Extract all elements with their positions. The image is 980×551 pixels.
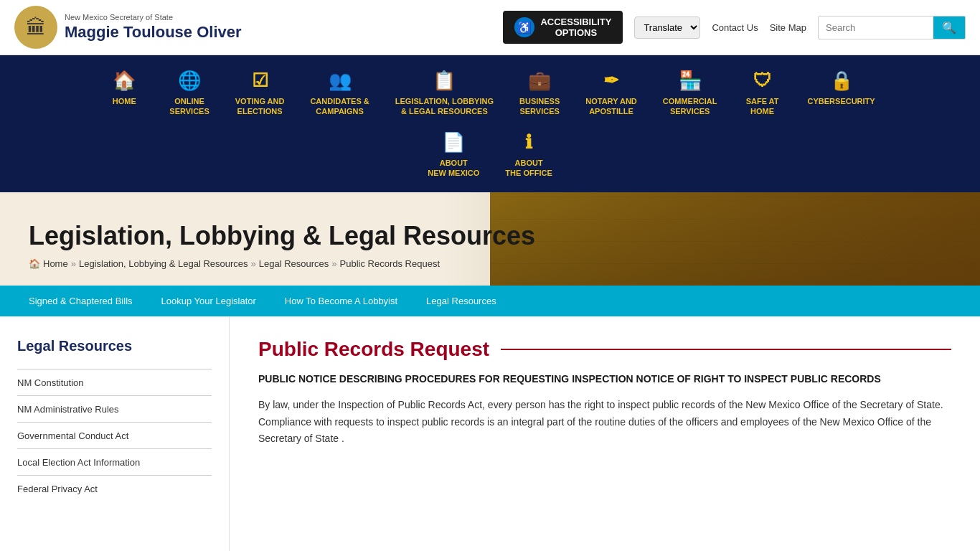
nav-cyber-label: CYBERSECURITY — [808, 96, 875, 106]
nav-safe-at-home[interactable]: 🛡 SAFE ATHOME — [730, 62, 795, 124]
sidebar-federal-privacy[interactable]: Federal Privacy Act — [17, 484, 98, 494]
briefcase-icon: 💼 — [528, 70, 551, 92]
shield-icon: 🛡 — [753, 70, 772, 92]
hero-content: Legislation, Lobbying & Legal Resources … — [29, 221, 951, 269]
nav-online-label: ONLINESERVICES — [169, 96, 209, 117]
subnav: Signed & Chaptered Bills Lookup Your Leg… — [0, 286, 980, 316]
sidebar-nm-constitution[interactable]: NM Constitution — [17, 377, 83, 388]
nav-cybersecurity[interactable]: 🔒 CYBERSECURITY — [795, 62, 888, 113]
breadcrumb-home-icon: 🏠 — [29, 258, 40, 269]
header-links: Contact Us Site Map — [712, 22, 806, 33]
org-title: Maggie Toulouse Oliver — [65, 22, 242, 43]
body-text: By law, under the Inspection of Public R… — [258, 397, 951, 448]
main-content: Public Records Request PUBLIC NOTICE DES… — [230, 316, 980, 551]
list-item: Federal Privacy Act — [17, 475, 212, 501]
legislation-icon: 📋 — [433, 70, 456, 92]
subnav-signed-bills[interactable]: Signed & Chaptered Bills — [14, 286, 147, 316]
hero-section: Legislation, Lobbying & Legal Resources … — [0, 192, 980, 286]
nav-voting-label: VOTING ANDELECTIONS — [235, 96, 285, 117]
list-item: NM Administrative Rules — [17, 395, 212, 422]
logo-area: 🏛 New Mexico Secretary of State Maggie T… — [14, 6, 242, 49]
contact-us-link[interactable]: Contact Us — [712, 22, 758, 33]
state-seal: 🏛 — [14, 6, 57, 49]
ballot-icon: ☑ — [252, 70, 268, 92]
lock-icon: 🔒 — [830, 70, 853, 92]
info-icon: ℹ — [525, 131, 532, 154]
nav-about-office[interactable]: ℹ ABOUTTHE OFFICE — [492, 124, 565, 186]
org-name: New Mexico Secretary of State Maggie Tou… — [65, 12, 242, 43]
nav-notary-label: NOTARY ANDAPOSTILLE — [585, 96, 637, 117]
search-input[interactable] — [819, 17, 933, 39]
nav-online-services[interactable]: 🌐 ONLINESERVICES — [156, 62, 222, 124]
subnav-become-lobbyist[interactable]: How To Become A Lobbyist — [270, 286, 412, 316]
nav-legislation[interactable]: 📋 LEGISLATION, LOBBYING& LEGAL RESOURCES — [382, 62, 507, 124]
org-subtitle: New Mexico Secretary of State — [65, 12, 242, 22]
content-title: Public Records Request — [258, 338, 951, 361]
nav-commercial-label: COMMERCIALSERVICES — [663, 96, 717, 117]
nav-home-label: HOME — [113, 96, 136, 106]
breadcrumb-legal-resources[interactable]: Legal Resources — [259, 258, 329, 269]
search-area: 🔍 — [818, 16, 966, 39]
nav-row-1: 🏠 HOME 🌐 ONLINESERVICES ☑ VOTING ANDELEC… — [0, 62, 980, 124]
nav-about-office-label: ABOUTTHE OFFICE — [505, 158, 552, 179]
site-map-link[interactable]: Site Map — [770, 22, 806, 33]
sidebar-nm-admin-rules[interactable]: NM Administrative Rules — [17, 404, 119, 415]
pen-icon: ✒ — [603, 70, 619, 92]
breadcrumb-sep-1: » — [71, 258, 76, 269]
nav-row-2: 📄 ABOUTNEW MEXICO ℹ ABOUTTHE OFFICE — [0, 124, 980, 186]
store-icon: 🏪 — [679, 70, 702, 92]
accessibility-label: ACCESSIBILITYOPTIONS — [540, 17, 611, 38]
translate-select[interactable]: Translate Spanish Navajo — [634, 17, 700, 39]
accessibility-icon: ♿ — [514, 17, 534, 37]
search-button[interactable]: 🔍 — [933, 17, 965, 39]
nav-legislation-label: LEGISLATION, LOBBYING& LEGAL RESOURCES — [395, 96, 494, 117]
nav-notary[interactable]: ✒ NOTARY ANDAPOSTILLE — [573, 62, 650, 124]
sidebar-title: Legal Resources — [17, 338, 212, 354]
hero-title: Legislation, Lobbying & Legal Resources — [29, 221, 951, 251]
main-nav: 🏠 HOME 🌐 ONLINESERVICES ☑ VOTING ANDELEC… — [0, 55, 980, 192]
main-area: Legal Resources NM Constitution NM Admin… — [0, 316, 980, 551]
list-item: Local Election Act Information — [17, 448, 212, 475]
nav-business[interactable]: 💼 BUSINESSSERVICES — [507, 62, 573, 124]
sidebar-local-election[interactable]: Local Election Act Information — [17, 457, 140, 468]
list-item: Governmental Conduct Act — [17, 422, 212, 448]
subnav-legal-resources[interactable]: Legal Resources — [412, 286, 511, 316]
nav-candidates-label: CANDIDATES &CAMPAIGNS — [310, 96, 369, 117]
sidebar: Legal Resources NM Constitution NM Admin… — [0, 316, 230, 551]
list-item: NM Constitution — [17, 369, 212, 395]
breadcrumb-sep-2: » — [251, 258, 256, 269]
globe-icon: 🌐 — [178, 70, 201, 92]
subnav-lookup-legislator[interactable]: Lookup Your Legislator — [147, 286, 270, 316]
document-icon: 📄 — [442, 131, 465, 154]
nav-home[interactable]: 🏠 HOME — [92, 62, 156, 113]
seal-icon: 🏛 — [26, 16, 46, 39]
home-icon: 🏠 — [113, 70, 136, 92]
nav-safe-label: SAFE ATHOME — [746, 96, 779, 117]
nav-voting[interactable]: ☑ VOTING ANDELECTIONS — [222, 62, 298, 124]
site-header: 🏛 New Mexico Secretary of State Maggie T… — [0, 0, 980, 55]
sidebar-gov-conduct[interactable]: Governmental Conduct Act — [17, 430, 128, 441]
nav-commercial[interactable]: 🏪 COMMERCIALSERVICES — [650, 62, 730, 124]
breadcrumb: 🏠 Home » Legislation, Lobbying & Legal R… — [29, 258, 951, 269]
breadcrumb-current[interactable]: Public Records Request — [340, 258, 440, 269]
accessibility-button[interactable]: ♿ ACCESSIBILITYOPTIONS — [503, 11, 623, 44]
nav-about-nm-label: ABOUTNEW MEXICO — [428, 158, 479, 179]
nav-business-label: BUSINESSSERVICES — [519, 96, 560, 117]
nav-about-nm[interactable]: 📄 ABOUTNEW MEXICO — [415, 124, 492, 186]
breadcrumb-legislation[interactable]: Legislation, Lobbying & Legal Resources — [79, 258, 248, 269]
nav-candidates[interactable]: 👥 CANDIDATES &CAMPAIGNS — [297, 62, 382, 124]
candidates-icon: 👥 — [329, 70, 352, 92]
breadcrumb-sep-3: » — [331, 258, 336, 269]
sidebar-links: NM Constitution NM Administrative Rules … — [17, 369, 212, 501]
notice-title: PUBLIC NOTICE DESCRIBING PROCEDURES FOR … — [258, 372, 951, 387]
breadcrumb-home[interactable]: Home — [43, 258, 68, 269]
